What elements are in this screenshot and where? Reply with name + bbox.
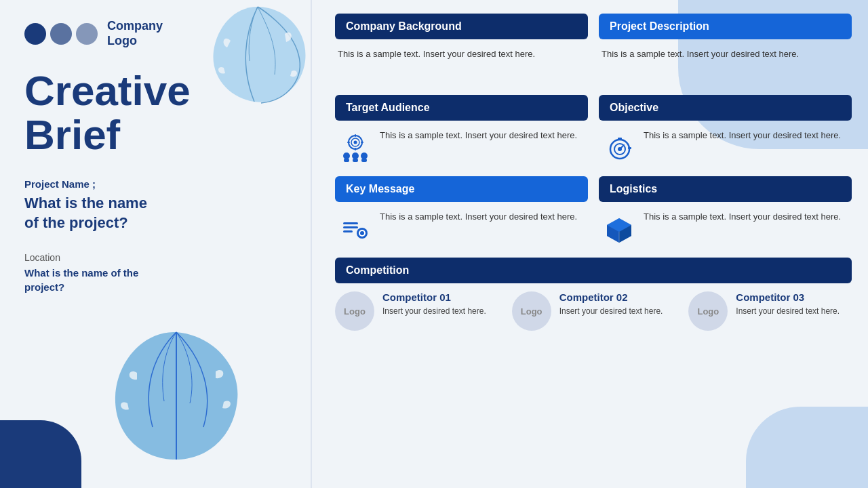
svg-line-18 xyxy=(620,145,624,149)
logo-circle-2 xyxy=(50,23,72,45)
competitor-2-name: Competitor 02 xyxy=(559,291,675,303)
competition-header: Competition xyxy=(335,258,852,283)
target-audience-block: Target Audience xyxy=(335,95,588,167)
objective-block: Objective This is a sample tex xyxy=(599,95,852,167)
location-label: Location xyxy=(24,252,288,263)
leaf-decoration-top xyxy=(203,0,312,108)
project-description-block: Project Description This is a sample tex… xyxy=(599,14,852,85)
competitor-3-logo: Logo xyxy=(688,291,728,331)
svg-point-8 xyxy=(354,141,357,144)
objective-text: This is a sample text. Insert your desir… xyxy=(644,129,841,142)
competitor-1: Logo Competitor 01 Insert your desired t… xyxy=(335,291,498,331)
row-1: Company Background This is a sample text… xyxy=(335,14,852,85)
logistics-body: This is a sample text. Insert your desir… xyxy=(599,207,852,248)
competitors-row: Logo Competitor 01 Insert your desired t… xyxy=(335,291,852,331)
key-message-icon xyxy=(338,210,373,245)
logistics-icon xyxy=(601,210,637,245)
objective-body: This is a sample text. Insert your desir… xyxy=(599,126,852,167)
competitor-2-logo: Logo xyxy=(512,291,551,331)
leaf-decoration-bottom xyxy=(108,325,244,474)
svg-point-24 xyxy=(360,231,364,235)
project-description-text: This is a sample text. Insert your desir… xyxy=(601,47,799,61)
objective-header: Objective xyxy=(599,95,852,121)
logo-circle-3 xyxy=(76,23,98,45)
project-name-label: Project Name ; xyxy=(24,178,288,190)
svg-rect-4 xyxy=(353,159,358,162)
project-description-header: Project Description xyxy=(599,14,852,39)
project-description-body: This is a sample text. Insert your desir… xyxy=(599,45,852,85)
project-name-value: What is the name of the project? xyxy=(24,194,288,232)
svg-rect-16 xyxy=(618,138,622,140)
competitor-3-info: Competitor 03 Insert your desired text h… xyxy=(736,291,852,317)
competitor-1-info: Competitor 01 Insert your desired text h… xyxy=(382,291,498,317)
svg-rect-17 xyxy=(628,147,631,149)
competitor-2: Logo Competitor 02 Insert your desired t… xyxy=(512,291,675,331)
location-value: What is the name of the project? xyxy=(24,266,288,294)
row-3: Key Message This is a sample t xyxy=(335,176,852,248)
competitor-3-name: Competitor 03 xyxy=(736,291,852,303)
target-audience-icon xyxy=(338,129,373,164)
competitor-2-text: Insert your desired text here. xyxy=(559,306,675,317)
svg-rect-20 xyxy=(343,226,358,228)
objective-icon xyxy=(601,129,637,164)
competitor-1-text: Insert your desired text here. xyxy=(382,306,498,317)
svg-rect-21 xyxy=(343,230,353,232)
competitor-2-info: Competitor 02 Insert your desired text h… xyxy=(559,291,675,317)
company-background-header: Company Background xyxy=(335,14,588,39)
svg-rect-5 xyxy=(361,159,367,162)
competitor-1-logo: Logo xyxy=(335,291,374,331)
key-message-header: Key Message xyxy=(335,176,588,202)
svg-rect-3 xyxy=(344,159,349,162)
target-audience-header: Target Audience xyxy=(335,95,588,121)
svg-point-1 xyxy=(352,152,359,159)
key-message-text: This is a sample text. Insert your desir… xyxy=(380,210,577,224)
key-message-block: Key Message This is a sample t xyxy=(335,176,588,248)
logistics-block: Logistics This is a sample text. Insert … xyxy=(599,176,852,248)
logistics-header: Logistics xyxy=(599,176,852,202)
logistics-text: This is a sample text. Insert your desir… xyxy=(644,210,841,224)
competitor-3: Logo Competitor 03 Insert your desired t… xyxy=(688,291,852,331)
company-background-text: This is a sample text. Insert your desir… xyxy=(338,47,535,61)
company-background-body: This is a sample text. Insert your desir… xyxy=(335,45,588,85)
key-message-body: This is a sample text. Insert your desir… xyxy=(335,207,588,248)
row-2: Target Audience xyxy=(335,95,852,167)
logo-circle-1 xyxy=(24,23,46,45)
right-panel: Company Background This is a sample text… xyxy=(319,0,868,488)
competitor-1-name: Competitor 01 xyxy=(382,291,498,303)
svg-point-0 xyxy=(343,152,350,159)
svg-rect-19 xyxy=(343,222,358,224)
company-background-block: Company Background This is a sample text… xyxy=(335,14,588,85)
logo-circles xyxy=(24,23,98,45)
competition-section: Competition Logo Competitor 01 Insert yo… xyxy=(335,258,852,331)
company-logo-text: Company Logo xyxy=(107,19,163,48)
svg-point-2 xyxy=(361,152,368,159)
competitor-3-text: Insert your desired text here. xyxy=(736,306,852,317)
target-audience-text: This is a sample text. Insert your desir… xyxy=(380,129,577,142)
target-audience-body: This is a sample text. Insert your desir… xyxy=(335,126,588,167)
